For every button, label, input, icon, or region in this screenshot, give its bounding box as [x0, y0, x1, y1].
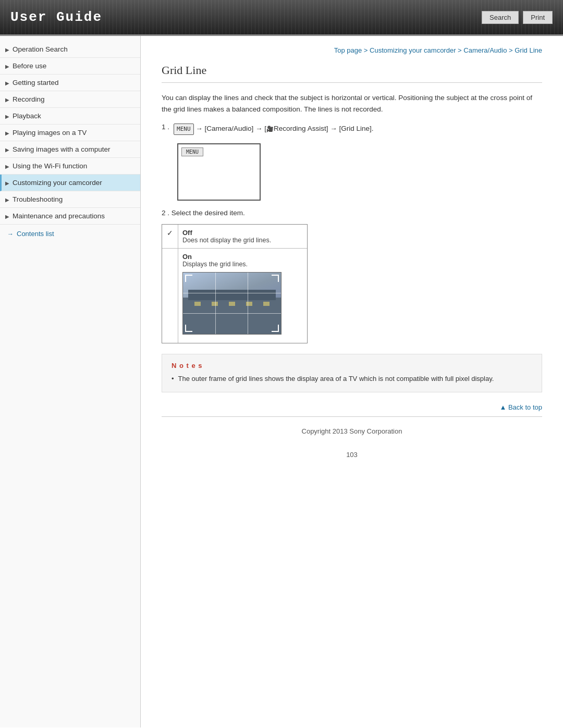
breadcrumb-customize[interactable]: Customizing your camcorder — [370, 46, 456, 54]
breadcrumb-camera-audio[interactable]: Camera/Audio — [463, 46, 507, 54]
corner-tr — [272, 275, 279, 282]
layout: ▶ Operation Search ▶ Before use ▶ Gettin… — [0, 36, 563, 727]
page-number: 103 — [162, 446, 542, 464]
sidebar-item-getting-started[interactable]: ▶ Getting started — [0, 75, 140, 91]
breadcrumb: Top page > Customizing your camcorder > … — [162, 46, 542, 54]
grid-line-h2 — [183, 313, 281, 314]
option-name-on: On — [182, 253, 303, 261]
step-1: 1 . MENU → [Camera/Audio] → [🎥Recording … — [162, 123, 542, 135]
sidebar-item-operation-search[interactable]: ▶ Operation Search — [0, 41, 140, 58]
corner-br — [272, 325, 279, 332]
step-2: 2 . Select the desired item. — [162, 209, 542, 217]
notes-title: N o t e s — [172, 362, 532, 369]
sidebar: ▶ Operation Search ▶ Before use ▶ Gettin… — [0, 36, 141, 727]
notes-bullet: • — [172, 374, 174, 385]
option-check-on — [162, 249, 178, 343]
sidebar-item-maintenance[interactable]: ▶ Maintenance and precautions — [0, 208, 140, 225]
sidebar-item-customizing[interactable]: ▶ Customizing your camcorder — [0, 175, 140, 191]
chevron-right-icon: ▶ — [5, 130, 9, 136]
option-name-off: Off — [182, 229, 303, 237]
step-2-text: 2 . Select the desired item. — [162, 209, 245, 217]
footer: Copyright 2013 Sony Corporation — [162, 416, 542, 446]
breadcrumb-top[interactable]: Top page — [334, 46, 362, 54]
sidebar-item-playback[interactable]: ▶ Playback — [0, 108, 140, 125]
main-content: Top page > Customizing your camcorder > … — [141, 36, 563, 727]
notes-text: The outer frame of grid lines shows the … — [178, 374, 494, 385]
grid-line-h1 — [183, 293, 281, 293]
grid-image — [182, 272, 282, 335]
copyright-text: Copyright 2013 Sony Corporation — [302, 427, 402, 435]
body-text: You can display the lines and check that… — [162, 92, 542, 115]
chevron-right-icon: ▶ — [5, 97, 9, 103]
option-check-off: ✓ — [162, 225, 178, 248]
header-buttons: Search Print — [482, 11, 553, 24]
menu-screen-mockup: MENU — [177, 143, 261, 201]
chevron-right-icon: ▶ — [5, 114, 9, 119]
menu-key: MENU — [174, 124, 194, 135]
breadcrumb-sep1: > — [362, 46, 370, 54]
chevron-right-icon: ▶ — [5, 64, 9, 69]
app-title: User Guide — [10, 9, 102, 25]
notes-item-1: • The outer frame of grid lines shows th… — [172, 374, 532, 385]
contents-list-link[interactable]: → Contents list — [0, 225, 140, 243]
options-table: ✓ Off Does not display the grid lines. O… — [162, 224, 308, 343]
grid-line-v2 — [248, 273, 248, 334]
sidebar-item-wifi[interactable]: ▶ Using the Wi-Fi function — [0, 158, 140, 175]
page-title: Grid Line — [162, 64, 542, 83]
sidebar-item-saving-images[interactable]: ▶ Saving images with a computer — [0, 141, 140, 158]
option-body-on: On Displays the grid lines. — [178, 249, 307, 343]
breadcrumb-sep3: > — [507, 46, 515, 54]
back-to-top: ▲ Back to top — [162, 403, 542, 411]
arrow-right-icon: → — [7, 230, 14, 238]
chevron-right-icon: ▶ — [5, 197, 9, 203]
step-1-num: 1 . — [162, 123, 169, 131]
chevron-right-icon: ▶ — [5, 147, 9, 153]
search-button[interactable]: Search — [482, 11, 519, 24]
sidebar-item-before-use[interactable]: ▶ Before use — [0, 58, 140, 75]
chevron-right-icon: ▶ — [5, 180, 9, 186]
chevron-right-icon: ▶ — [5, 80, 9, 86]
breadcrumb-grid-line[interactable]: Grid Line — [515, 46, 542, 54]
back-to-top-link[interactable]: ▲ Back to top — [499, 403, 542, 411]
sidebar-item-recording[interactable]: ▶ Recording — [0, 91, 140, 108]
step-1-content: MENU → [Camera/Audio] → [🎥Recording Assi… — [174, 123, 373, 135]
grid-line-v1 — [215, 273, 216, 334]
grid-lines-overlay — [183, 273, 281, 334]
print-button[interactable]: Print — [523, 11, 553, 24]
chevron-right-icon: ▶ — [5, 47, 9, 53]
menu-screen-button: MENU — [181, 147, 203, 156]
contents-list-label: Contents list — [17, 230, 54, 238]
notes-section: N o t e s • The outer frame of grid line… — [162, 354, 542, 392]
sidebar-item-troubleshooting[interactable]: ▶ Troubleshooting — [0, 191, 140, 208]
breadcrumb-sep2: > — [456, 46, 463, 54]
option-desc-on: Displays the grid lines. — [182, 261, 303, 268]
corner-tl — [185, 275, 192, 282]
chevron-right-icon: ▶ — [5, 164, 9, 169]
chevron-right-icon: ▶ — [5, 214, 9, 219]
sidebar-item-playing-images[interactable]: ▶ Playing images on a TV — [0, 125, 140, 141]
header: User Guide Search Print — [0, 0, 563, 36]
step-1-text: → [Camera/Audio] → [🎥Recording Assist] →… — [195, 125, 373, 132]
corner-bl — [185, 325, 192, 332]
option-desc-off: Does not display the grid lines. — [182, 237, 303, 244]
option-row-off: ✓ Off Does not display the grid lines. — [162, 225, 307, 249]
option-row-on: On Displays the grid lines. — [162, 249, 307, 343]
option-body-off: Off Does not display the grid lines. — [178, 225, 307, 248]
